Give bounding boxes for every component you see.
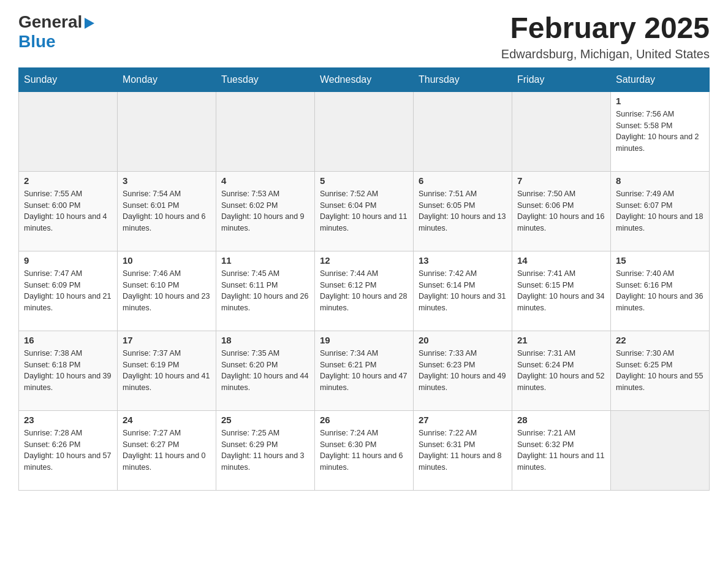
day-number: 6 xyxy=(419,175,507,186)
week-row-5: 23Sunrise: 7:28 AMSunset: 6:26 PMDayligh… xyxy=(19,410,710,490)
calendar-cell: 1Sunrise: 7:56 AMSunset: 5:58 PMDaylight… xyxy=(611,91,710,171)
day-number: 1 xyxy=(616,96,704,106)
day-number: 20 xyxy=(419,335,507,345)
calendar-cell xyxy=(414,91,512,171)
calendar-cell: 9Sunrise: 7:47 AMSunset: 6:09 PMDaylight… xyxy=(19,251,118,331)
day-info: Sunrise: 7:38 AMSunset: 6:18 PMDaylight:… xyxy=(24,348,112,394)
day-number: 26 xyxy=(320,415,408,425)
calendar-cell xyxy=(216,91,315,171)
calendar-table: SundayMondayTuesdayWednesdayThursdayFrid… xyxy=(18,67,710,491)
calendar-cell: 25Sunrise: 7:25 AMSunset: 6:29 PMDayligh… xyxy=(216,410,315,490)
day-info: Sunrise: 7:24 AMSunset: 6:30 PMDaylight:… xyxy=(320,427,408,473)
day-number: 14 xyxy=(517,255,605,266)
logo-blue-text: Blue xyxy=(18,32,56,52)
day-number: 3 xyxy=(123,175,211,186)
title-block: February 2025 Edwardsburg, Michigan, Uni… xyxy=(501,12,710,61)
day-info: Sunrise: 7:28 AMSunset: 6:26 PMDaylight:… xyxy=(24,427,112,473)
weekday-header-tuesday: Tuesday xyxy=(216,67,315,91)
day-info: Sunrise: 7:53 AMSunset: 6:02 PMDaylight:… xyxy=(221,188,309,234)
day-number: 4 xyxy=(221,175,309,186)
day-info: Sunrise: 7:55 AMSunset: 6:00 PMDaylight:… xyxy=(24,188,112,234)
week-row-1: 1Sunrise: 7:56 AMSunset: 5:58 PMDaylight… xyxy=(19,91,710,171)
calendar-cell: 2Sunrise: 7:55 AMSunset: 6:00 PMDaylight… xyxy=(19,171,118,251)
day-number: 27 xyxy=(419,415,507,425)
day-info: Sunrise: 7:47 AMSunset: 6:09 PMDaylight:… xyxy=(24,268,112,314)
day-number: 16 xyxy=(24,335,112,345)
day-info: Sunrise: 7:22 AMSunset: 6:31 PMDaylight:… xyxy=(419,427,507,473)
calendar-cell: 17Sunrise: 7:37 AMSunset: 6:19 PMDayligh… xyxy=(118,331,216,410)
day-number: 13 xyxy=(419,255,507,266)
day-info: Sunrise: 7:33 AMSunset: 6:23 PMDaylight:… xyxy=(419,348,507,394)
day-number: 19 xyxy=(320,335,408,345)
calendar-cell: 28Sunrise: 7:21 AMSunset: 6:32 PMDayligh… xyxy=(512,410,611,490)
day-number: 15 xyxy=(616,255,704,266)
day-number: 9 xyxy=(24,255,112,266)
calendar-cell: 3Sunrise: 7:54 AMSunset: 6:01 PMDaylight… xyxy=(118,171,216,251)
day-number: 12 xyxy=(320,255,408,266)
day-info: Sunrise: 7:49 AMSunset: 6:07 PMDaylight:… xyxy=(616,188,704,234)
day-number: 18 xyxy=(221,335,309,345)
weekday-header-row: SundayMondayTuesdayWednesdayThursdayFrid… xyxy=(19,67,710,91)
week-row-3: 9Sunrise: 7:47 AMSunset: 6:09 PMDaylight… xyxy=(19,251,710,331)
day-number: 23 xyxy=(24,415,112,425)
calendar-cell: 7Sunrise: 7:50 AMSunset: 6:06 PMDaylight… xyxy=(512,171,611,251)
calendar-cell: 22Sunrise: 7:30 AMSunset: 6:25 PMDayligh… xyxy=(611,331,710,410)
day-info: Sunrise: 7:52 AMSunset: 6:04 PMDaylight:… xyxy=(320,188,408,234)
calendar-cell: 5Sunrise: 7:52 AMSunset: 6:04 PMDaylight… xyxy=(315,171,414,251)
calendar-cell xyxy=(315,91,414,171)
day-info: Sunrise: 7:30 AMSunset: 6:25 PMDaylight:… xyxy=(616,348,704,394)
calendar-cell: 13Sunrise: 7:42 AMSunset: 6:14 PMDayligh… xyxy=(414,251,512,331)
calendar-cell: 21Sunrise: 7:31 AMSunset: 6:24 PMDayligh… xyxy=(512,331,611,410)
weekday-header-saturday: Saturday xyxy=(611,67,710,91)
location-text: Edwardsburg, Michigan, United States xyxy=(501,47,710,61)
day-info: Sunrise: 7:46 AMSunset: 6:10 PMDaylight:… xyxy=(123,268,211,314)
calendar-cell: 12Sunrise: 7:44 AMSunset: 6:12 PMDayligh… xyxy=(315,251,414,331)
day-number: 7 xyxy=(517,175,605,186)
day-info: Sunrise: 7:51 AMSunset: 6:05 PMDaylight:… xyxy=(419,188,507,234)
month-title: February 2025 xyxy=(501,12,710,45)
calendar-cell: 19Sunrise: 7:34 AMSunset: 6:21 PMDayligh… xyxy=(315,331,414,410)
week-row-4: 16Sunrise: 7:38 AMSunset: 6:18 PMDayligh… xyxy=(19,331,710,410)
calendar-cell: 10Sunrise: 7:46 AMSunset: 6:10 PMDayligh… xyxy=(118,251,216,331)
day-number: 11 xyxy=(221,255,309,266)
day-number: 8 xyxy=(616,175,704,186)
weekday-header-friday: Friday xyxy=(512,67,611,91)
calendar-cell xyxy=(611,410,710,490)
logo: General Blue xyxy=(18,12,94,52)
calendar-cell: 14Sunrise: 7:41 AMSunset: 6:15 PMDayligh… xyxy=(512,251,611,331)
calendar-cell: 16Sunrise: 7:38 AMSunset: 6:18 PMDayligh… xyxy=(19,331,118,410)
logo-general-text: General xyxy=(18,12,82,32)
weekday-header-sunday: Sunday xyxy=(19,67,118,91)
day-info: Sunrise: 7:25 AMSunset: 6:29 PMDaylight:… xyxy=(221,427,309,473)
calendar-cell: 24Sunrise: 7:27 AMSunset: 6:27 PMDayligh… xyxy=(118,410,216,490)
calendar-cell: 6Sunrise: 7:51 AMSunset: 6:05 PMDaylight… xyxy=(414,171,512,251)
calendar-cell: 27Sunrise: 7:22 AMSunset: 6:31 PMDayligh… xyxy=(414,410,512,490)
week-row-2: 2Sunrise: 7:55 AMSunset: 6:00 PMDaylight… xyxy=(19,171,710,251)
day-info: Sunrise: 7:45 AMSunset: 6:11 PMDaylight:… xyxy=(221,268,309,314)
calendar-cell: 23Sunrise: 7:28 AMSunset: 6:26 PMDayligh… xyxy=(19,410,118,490)
weekday-header-wednesday: Wednesday xyxy=(315,67,414,91)
logo-icon xyxy=(85,18,94,29)
day-info: Sunrise: 7:35 AMSunset: 6:20 PMDaylight:… xyxy=(221,348,309,394)
day-info: Sunrise: 7:40 AMSunset: 6:16 PMDaylight:… xyxy=(616,268,704,314)
weekday-header-thursday: Thursday xyxy=(414,67,512,91)
day-info: Sunrise: 7:41 AMSunset: 6:15 PMDaylight:… xyxy=(517,268,605,314)
calendar-cell: 4Sunrise: 7:53 AMSunset: 6:02 PMDaylight… xyxy=(216,171,315,251)
day-info: Sunrise: 7:56 AMSunset: 5:58 PMDaylight:… xyxy=(616,109,704,155)
calendar-cell: 26Sunrise: 7:24 AMSunset: 6:30 PMDayligh… xyxy=(315,410,414,490)
day-info: Sunrise: 7:21 AMSunset: 6:32 PMDaylight:… xyxy=(517,427,605,473)
calendar-cell: 20Sunrise: 7:33 AMSunset: 6:23 PMDayligh… xyxy=(414,331,512,410)
day-number: 25 xyxy=(221,415,309,425)
day-info: Sunrise: 7:54 AMSunset: 6:01 PMDaylight:… xyxy=(123,188,211,234)
day-number: 5 xyxy=(320,175,408,186)
day-number: 17 xyxy=(123,335,211,345)
day-info: Sunrise: 7:50 AMSunset: 6:06 PMDaylight:… xyxy=(517,188,605,234)
weekday-header-monday: Monday xyxy=(118,67,216,91)
day-number: 21 xyxy=(517,335,605,345)
calendar-cell xyxy=(118,91,216,171)
day-number: 22 xyxy=(616,335,704,345)
calendar-cell xyxy=(512,91,611,171)
calendar-cell: 15Sunrise: 7:40 AMSunset: 6:16 PMDayligh… xyxy=(611,251,710,331)
day-info: Sunrise: 7:31 AMSunset: 6:24 PMDaylight:… xyxy=(517,348,605,394)
day-number: 24 xyxy=(123,415,211,425)
